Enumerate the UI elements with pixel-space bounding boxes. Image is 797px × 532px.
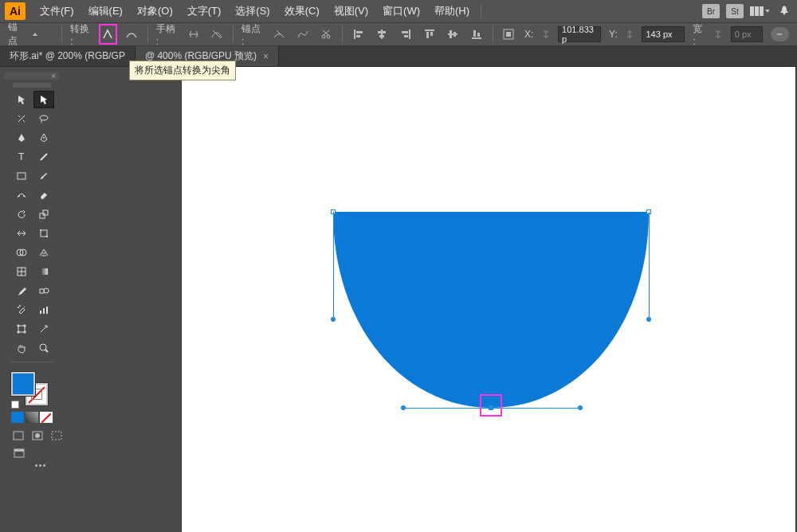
svg-rect-17 xyxy=(450,30,452,38)
type-tool[interactable]: T xyxy=(11,148,32,166)
menu-edit[interactable]: 编辑(E) xyxy=(82,1,129,22)
fill-swatch[interactable] xyxy=(11,372,35,396)
menu-help[interactable]: 帮助(H) xyxy=(428,1,476,22)
svg-rect-14 xyxy=(426,32,429,38)
menu-view[interactable]: 视图(V) xyxy=(328,1,375,22)
canvas-area[interactable] xyxy=(64,67,797,532)
draw-mode-behind-icon[interactable] xyxy=(30,429,45,442)
menu-text[interactable]: 文字(T) xyxy=(181,1,228,22)
handle-end[interactable] xyxy=(331,317,336,322)
edit-toolbar-button[interactable] xyxy=(16,464,64,467)
color-mode-button[interactable] xyxy=(11,412,24,423)
tooltip: 将所选锚点转换为尖角 xyxy=(129,61,236,80)
divider xyxy=(493,25,493,43)
panel-tab-bar[interactable]: × xyxy=(5,72,59,80)
align-left-button[interactable] xyxy=(351,25,367,43)
scale-tool[interactable] xyxy=(33,205,54,223)
artboard[interactable] xyxy=(182,67,795,532)
free-transform-tool[interactable] xyxy=(33,225,54,242)
align-bottom-button[interactable] xyxy=(469,25,485,43)
line-segment-tool[interactable] xyxy=(33,148,54,166)
tab-doc-1[interactable]: 环形.ai* @ 200% (RGB/GP xyxy=(0,46,135,66)
shaper-tool[interactable] xyxy=(11,186,32,204)
x-link-icon[interactable] xyxy=(541,25,550,43)
slice-tool[interactable] xyxy=(33,320,54,338)
align-hcenter-button[interactable] xyxy=(375,25,391,43)
gradient-mode-button[interactable] xyxy=(26,412,38,423)
show-handles-multi-button[interactable] xyxy=(186,25,202,43)
svg-rect-9 xyxy=(379,35,384,37)
column-graph-tool[interactable] xyxy=(33,301,54,319)
svg-rect-46 xyxy=(46,307,48,314)
magic-wand-tool[interactable] xyxy=(11,110,32,127)
fill-stroke-swatches[interactable] xyxy=(11,372,54,407)
gpu-performance-icon[interactable] xyxy=(776,3,792,19)
vector-shape[interactable] xyxy=(182,67,795,532)
artboard-tool[interactable] xyxy=(11,320,32,338)
connect-anchor-button[interactable] xyxy=(295,25,311,43)
y-link-icon[interactable] xyxy=(626,25,634,43)
menu-window[interactable]: 窗口(W) xyxy=(376,1,426,22)
screen-mode-button[interactable] xyxy=(11,447,27,460)
shape-builder-tool[interactable] xyxy=(11,244,32,261)
blend-tool[interactable] xyxy=(33,282,54,299)
menubar-right: Br St xyxy=(702,3,792,19)
menu-select[interactable]: 选择(S) xyxy=(229,1,276,22)
menu-effect[interactable]: 效果(C) xyxy=(278,1,326,22)
anchor-point-expand-icon[interactable] xyxy=(33,33,37,36)
eraser-tool[interactable] xyxy=(33,186,54,204)
gradient-tool[interactable] xyxy=(33,263,54,280)
handle-end[interactable] xyxy=(646,317,651,322)
hide-handles-button[interactable] xyxy=(210,25,226,43)
none-mode-button[interactable] xyxy=(40,412,53,423)
convert-to-smooth-button[interactable] xyxy=(124,25,139,43)
direct-selection-tool[interactable] xyxy=(33,91,54,108)
draw-mode-inside-icon[interactable] xyxy=(49,429,64,442)
arrange-documents-dropdown[interactable] xyxy=(750,6,770,16)
w-value-field[interactable]: 0 px xyxy=(731,26,763,42)
y-value-field[interactable]: 143 px xyxy=(642,26,685,42)
curvature-tool[interactable] xyxy=(33,129,54,147)
x-value-field[interactable]: 101.833 p xyxy=(558,26,601,42)
symbol-sprayer-tool[interactable] xyxy=(11,301,32,319)
svg-point-43 xyxy=(19,305,21,307)
pen-tool[interactable] xyxy=(11,129,32,147)
align-right-button[interactable] xyxy=(398,25,414,43)
cut-path-button[interactable] xyxy=(319,25,335,43)
default-fill-stroke-icon[interactable] xyxy=(11,401,19,409)
stock-button[interactable]: St xyxy=(726,4,744,18)
align-vcenter-button[interactable] xyxy=(445,25,461,43)
w-link-icon[interactable] xyxy=(714,25,723,43)
eyedropper-tool[interactable] xyxy=(11,282,32,299)
menu-object[interactable]: 对象(O) xyxy=(131,1,179,22)
handle-end[interactable] xyxy=(578,405,583,410)
handle-end[interactable] xyxy=(401,405,406,410)
rectangle-tool[interactable] xyxy=(11,167,32,185)
draw-mode-normal-icon[interactable] xyxy=(11,429,26,442)
align-top-button[interactable] xyxy=(422,25,438,43)
menu-divider xyxy=(481,4,481,18)
svg-rect-39 xyxy=(40,268,48,275)
tab-close-button[interactable]: × xyxy=(263,51,269,62)
perspective-grid-tool[interactable] xyxy=(33,244,54,261)
remove-anchor-button[interactable] xyxy=(271,25,287,43)
selection-tool[interactable] xyxy=(11,91,32,108)
y-label: Y: xyxy=(609,29,618,40)
paintbrush-tool[interactable] xyxy=(33,167,54,185)
convert-to-corner-button[interactable] xyxy=(100,25,116,43)
rotate-tool[interactable] xyxy=(11,205,32,223)
bridge-button[interactable]: Br xyxy=(702,4,720,18)
svg-rect-5 xyxy=(356,31,363,33)
mesh-tool[interactable] xyxy=(11,263,32,280)
hand-tool[interactable] xyxy=(11,339,32,357)
zoom-tool[interactable] xyxy=(33,339,54,357)
svg-rect-4 xyxy=(354,29,355,39)
constrain-proportions-button[interactable] xyxy=(771,27,789,41)
menu-file[interactable]: 文件(F) xyxy=(33,1,80,22)
width-tool[interactable] xyxy=(11,225,32,242)
isolate-button[interactable] xyxy=(501,25,516,43)
panel-drag-handle[interactable] xyxy=(13,83,51,88)
divider xyxy=(147,25,148,43)
panel-close-icon[interactable]: × xyxy=(51,72,56,80)
lasso-tool[interactable] xyxy=(33,110,54,127)
